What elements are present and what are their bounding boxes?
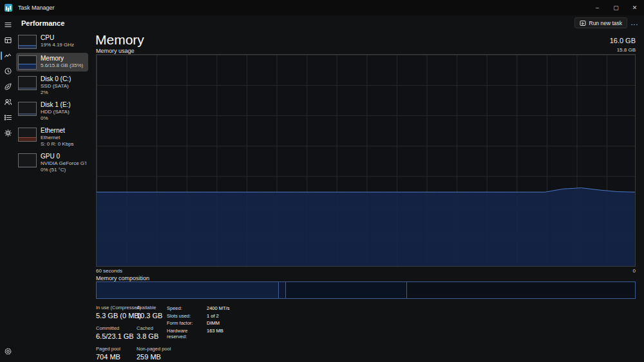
nav-rail bbox=[0, 15, 15, 362]
cpu-text: CPU 19% 4.19 GHz bbox=[41, 34, 74, 48]
sidebar-item-ethernet[interactable]: Ethernet Ethernet S: 0 R: 0 Kbps bbox=[16, 125, 88, 149]
memory-usage-series bbox=[97, 55, 635, 266]
stat-in-use: In use (Compressed) 5.3 GB (0 MB) bbox=[96, 305, 137, 320]
details-icon[interactable] bbox=[0, 112, 15, 123]
memory-hardware-info: Speed: 2400 MT/s Slots used: 1 of 2 Form… bbox=[167, 305, 229, 339]
composition-segment-in-use bbox=[97, 282, 279, 298]
disk1-name: Disk 1 (E:) bbox=[41, 101, 71, 109]
memory-stats-grid: In use (Compressed) 5.3 GB (0 MB) Availa… bbox=[96, 305, 171, 361]
run-new-task-label: Run new task bbox=[589, 20, 623, 26]
disk0-type: SSD (SATA) bbox=[41, 83, 71, 90]
selected-indicator bbox=[1, 52, 2, 60]
memory-usage-label: Memory usage bbox=[96, 48, 135, 54]
disk0-stat: 2% bbox=[41, 90, 71, 96]
stat-cached: Cached 3.8 GB bbox=[137, 325, 171, 341]
task-manager-window: { "window": { "title": "Task Manager", "… bbox=[0, 0, 644, 362]
form-factor-label: Form factor: bbox=[167, 320, 207, 326]
memory-composition-bar bbox=[96, 281, 636, 299]
gpu0-name: GPU 0 bbox=[41, 153, 86, 160]
disk1-text: Disk 1 (E:) HDD (SATA) 0% bbox=[41, 101, 71, 121]
ethernet-sparkline bbox=[18, 128, 37, 142]
sidebar-item-gpu0[interactable]: GPU 0 NVIDIA GeForce GTX 16.. 0% (51 °C) bbox=[16, 151, 88, 175]
sidebar-item-cpu[interactable]: CPU 19% 4.19 GHz bbox=[16, 32, 88, 51]
stat-committed: Committed 6.5/23.1 GB bbox=[96, 325, 137, 341]
app-history-icon[interactable] bbox=[0, 66, 15, 77]
cpu-name: CPU bbox=[41, 34, 74, 42]
ethernet-name: Ethernet bbox=[41, 127, 74, 135]
maximize-button[interactable]: ▢ bbox=[607, 0, 625, 15]
close-button[interactable]: ✕ bbox=[625, 0, 644, 15]
sidebar-item-memory[interactable]: Memory 5.6/15.8 GB (35%) bbox=[16, 53, 88, 71]
memory-usage-graph bbox=[96, 54, 636, 267]
ethernet-stat: S: 0 R: 0 Kbps bbox=[41, 141, 74, 148]
page-title: Performance bbox=[21, 19, 64, 27]
speed-value: 2400 MT/s bbox=[207, 305, 229, 311]
run-new-task-button[interactable]: Run new task bbox=[574, 17, 628, 28]
menu-icon[interactable] bbox=[0, 19, 15, 30]
performance-icon[interactable] bbox=[0, 50, 15, 61]
startup-apps-icon[interactable] bbox=[0, 81, 15, 92]
gpu0-sparkline bbox=[18, 153, 37, 167]
memory-name: Memory bbox=[41, 55, 83, 62]
stat-paged-pool: Paged pool 704 MB bbox=[96, 346, 137, 361]
memory-text: Memory 5.6/15.8 GB (35%) bbox=[41, 55, 83, 69]
slots-used-label: Slots used: bbox=[167, 313, 207, 319]
gpu0-stat: 0% (51 °C) bbox=[41, 167, 86, 173]
composition-segment-modified bbox=[279, 282, 287, 298]
titlebar: Task Manager – ▢ ✕ bbox=[0, 0, 644, 15]
composition-segment-standby bbox=[286, 282, 407, 298]
x-axis-right-label: 0 bbox=[633, 268, 636, 274]
memory-sparkline bbox=[18, 55, 37, 70]
disk1-type: HDD (SATA) bbox=[41, 109, 71, 115]
form-factor-value: DIMM bbox=[207, 320, 229, 326]
gpu0-type: NVIDIA GeForce GTX 16.. bbox=[41, 160, 86, 167]
processes-icon[interactable] bbox=[0, 35, 15, 46]
gpu0-text: GPU 0 NVIDIA GeForce GTX 16.. 0% (51 °C) bbox=[41, 153, 86, 173]
memory-heading: Memory bbox=[95, 32, 144, 48]
settings-icon[interactable] bbox=[0, 346, 15, 357]
speed-label: Speed: bbox=[167, 305, 207, 311]
task-manager-app-icon bbox=[5, 4, 12, 12]
window-controls: – ▢ ✕ bbox=[588, 0, 644, 15]
run-new-task-icon bbox=[580, 20, 586, 26]
memory-composition-label: Memory composition bbox=[96, 275, 149, 281]
disk1-stat: 0% bbox=[41, 115, 71, 122]
window-title: Task Manager bbox=[18, 5, 55, 11]
memory-stat: 5.6/15.8 GB (35%) bbox=[41, 62, 83, 69]
slots-used-value: 1 of 2 bbox=[207, 313, 229, 319]
composition-segment-free bbox=[407, 282, 635, 298]
memory-max-label: 15.8 GB bbox=[617, 47, 636, 53]
memory-total: 16.0 GB bbox=[610, 37, 636, 44]
cpu-sparkline bbox=[18, 35, 37, 49]
hardware-reserved-label: Hardware reserved: bbox=[167, 328, 207, 339]
hardware-reserved-value: 163 MB bbox=[207, 328, 229, 339]
services-icon[interactable] bbox=[0, 128, 15, 138]
sidebar-item-disk1[interactable]: Disk 1 (E:) HDD (SATA) 0% bbox=[16, 99, 88, 123]
graph-x-axis: 60 seconds 0 bbox=[96, 268, 636, 274]
ethernet-text: Ethernet Ethernet S: 0 R: 0 Kbps bbox=[41, 127, 74, 147]
disk1-sparkline bbox=[18, 102, 37, 116]
stat-non-paged-pool: Non-paged pool 259 MB bbox=[137, 346, 171, 361]
disk0-sparkline bbox=[18, 76, 37, 90]
minimize-button[interactable]: – bbox=[588, 0, 607, 15]
sidebar-item-disk0[interactable]: Disk 0 (C:) SSD (SATA) 2% bbox=[16, 73, 88, 97]
x-axis-left-label: 60 seconds bbox=[96, 268, 122, 274]
disk0-text: Disk 0 (C:) SSD (SATA) 2% bbox=[41, 75, 71, 95]
performance-sidebar: CPU 19% 4.19 GHz Memory 5.6/15.8 GB (35%… bbox=[16, 32, 88, 176]
cpu-stat: 19% 4.19 GHz bbox=[41, 42, 74, 48]
more-options-button[interactable]: ... bbox=[630, 17, 639, 28]
stat-available: Available 10.3 GB bbox=[137, 305, 171, 320]
ethernet-type: Ethernet bbox=[41, 135, 74, 141]
disk0-name: Disk 0 (C:) bbox=[41, 75, 71, 83]
users-icon[interactable] bbox=[0, 97, 15, 108]
